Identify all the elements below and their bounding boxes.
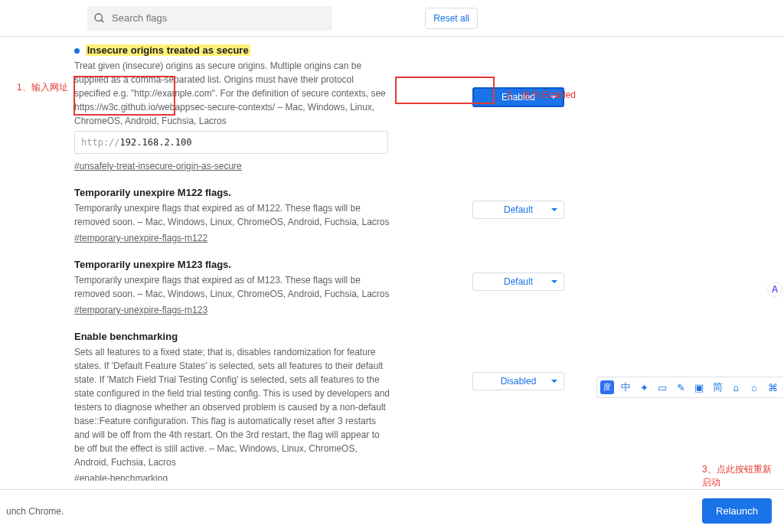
toolbar-icon[interactable]: ⌂ [747, 380, 761, 394]
toolbar-icon[interactable]: 中 [619, 380, 632, 394]
flag-anchor-link[interactable]: #enable-benchmarking [74, 473, 168, 481]
flag-select-enabled[interactable]: Enabled [472, 87, 564, 107]
svg-point-0 [95, 14, 102, 21]
relaunch-button[interactable]: Relaunch [702, 498, 772, 524]
modified-dot-icon [74, 48, 80, 54]
flag-select[interactable]: Disabled [472, 372, 564, 390]
browser-side-toolbar: 度 中 ✦ ▭ ✎ ▣ 简 ⩍ ⌂ ⌘ [596, 377, 782, 398]
origin-url-input[interactable]: http://192.168.2.100 [74, 131, 388, 154]
flag-m122: Temporarily unexpire M122 flags. Tempora… [74, 182, 492, 254]
flag-insecure-origins: Insecure origins treated as secure Treat… [74, 43, 492, 182]
flag-m123: Temporarily unexpire M123 flags. Tempora… [74, 254, 492, 326]
flag-select[interactable]: Default [472, 273, 564, 291]
svg-line-1 [101, 20, 103, 22]
search-flags-box[interactable] [87, 6, 332, 31]
flag-title: Temporarily unexpire M123 flags. [74, 259, 231, 270]
origin-input-wrap: http://192.168.2.100 [74, 131, 492, 154]
flag-anchor-link[interactable]: #temporary-unexpire-flags-m123 [74, 305, 207, 315]
flag-title: Insecure origins treated as secure [86, 44, 250, 56]
flag-description: Temporarily unexpire flags that expired … [74, 201, 392, 229]
search-input[interactable] [112, 12, 326, 24]
flag-title: Enable benchmarking [74, 331, 178, 342]
toolbar-icon[interactable]: 度 [600, 380, 614, 394]
flag-description: Sets all features to a fixed state; that… [74, 345, 392, 469]
url-host: 192.168.2.100 [120, 137, 192, 148]
toolbar-icon[interactable]: 简 [710, 380, 724, 394]
reset-all-button[interactable]: Reset all [425, 8, 478, 29]
flag-anchor-link[interactable]: #unsafely-treat-insecure-origin-as-secur… [74, 161, 242, 171]
toolbar-icon[interactable]: ✎ [674, 380, 688, 394]
flag-anchor-link[interactable]: #temporary-unexpire-flags-m122 [74, 233, 207, 243]
toolbar-icon[interactable]: ⌘ [766, 380, 779, 394]
toolbar-icon[interactable]: ▣ [692, 380, 706, 394]
flags-content: Insecure origins treated as secure Treat… [0, 37, 784, 481]
footer-message: unch Chrome. [6, 506, 64, 517]
toolbar-icon[interactable]: ✦ [637, 380, 651, 394]
flag-description: Temporarily unexpire flags that expired … [74, 273, 392, 301]
flag-benchmarking: Enable benchmarking Sets all features to… [74, 326, 492, 481]
footer-bar: unch Chrome. Relaunch [0, 489, 784, 532]
flag-select[interactable]: Default [472, 201, 564, 219]
url-protocol: http:// [81, 137, 120, 148]
toolbar-icon[interactable]: ⩍ [729, 380, 743, 394]
flag-title: Temporarily unexpire M122 flags. [74, 187, 231, 198]
toolbar-icon[interactable]: ▭ [655, 380, 669, 394]
search-icon [93, 12, 106, 24]
assistant-float-icon[interactable]: A [767, 282, 782, 297]
flag-description: Treat given (insecure) origins as secure… [74, 59, 392, 128]
topbar: Reset all [0, 0, 784, 37]
